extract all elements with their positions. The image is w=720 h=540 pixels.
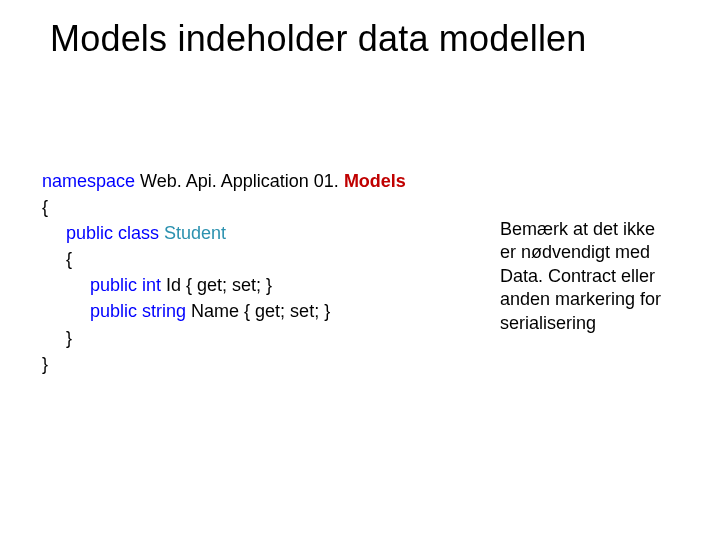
code-line-4: { [42,246,406,272]
slide-title: Models indeholder data modellen [50,18,587,60]
keyword-int: int [137,275,161,295]
keyword-namespace: namespace [42,171,135,191]
keyword-public: public [66,223,113,243]
code-line-5: public int Id { get; set; } [42,272,406,298]
code-block: namespace Web. Api. Application 01. Mode… [42,168,406,377]
namespace-highlight: Models [344,171,406,191]
keyword-string: string [137,301,186,321]
annotation-line: serialisering [500,312,680,335]
code-line-2: { [42,194,406,220]
annotation-line: Bemærk at det ikke [500,218,680,241]
code-line-8: } [42,351,406,377]
annotation-line: Data. Contract eller [500,265,680,288]
keyword-public: public [90,301,137,321]
code-line-6: public string Name { get; set; } [42,298,406,324]
prop-id: Id { get; set; } [161,275,272,295]
keyword-public: public [90,275,137,295]
code-line-3: public class Student [42,220,406,246]
annotation-line: anden markering for [500,288,680,311]
code-line-7: } [42,325,406,351]
keyword-class: class [113,223,164,243]
code-line-1: namespace Web. Api. Application 01. Mode… [42,168,406,194]
annotation: Bemærk at det ikke er nødvendigt med Dat… [500,218,680,335]
prop-name: Name { get; set; } [186,301,330,321]
type-student: Student [164,223,226,243]
slide: Models indeholder data modellen namespac… [0,0,720,540]
namespace-path: Web. Api. Application 01. [135,171,344,191]
annotation-line: er nødvendigt med [500,241,680,264]
